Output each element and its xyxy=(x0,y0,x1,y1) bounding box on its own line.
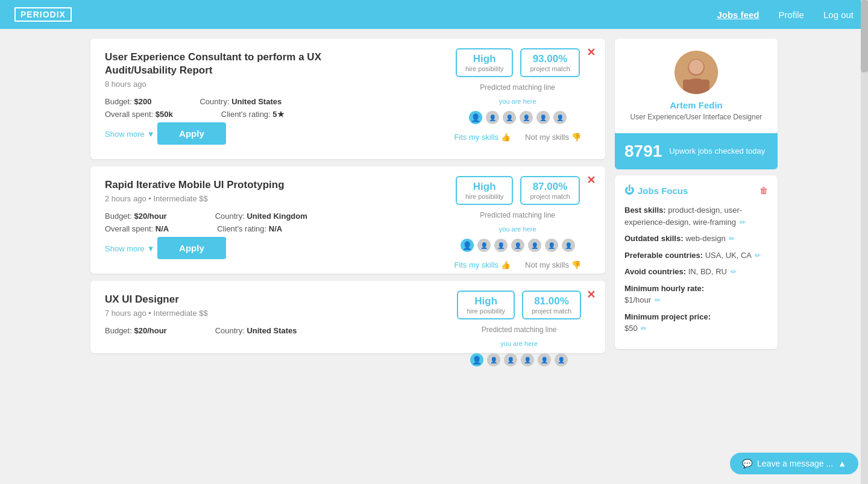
hire-badge-3: High hire posibility xyxy=(457,291,515,319)
dot-5-2: 👤 xyxy=(528,239,541,252)
job-budget-1: Budget: $200 xyxy=(105,97,151,106)
badges-row-1: High hire posibility 93.00% project matc… xyxy=(456,48,580,77)
avatar xyxy=(675,51,718,94)
focus-header: ⏻ Jobs Focus 🗑 xyxy=(624,185,768,196)
header: PERIODIX Jobs feed Profile Log out xyxy=(0,0,868,29)
not-skills-2[interactable]: Not my skills 👎 xyxy=(525,260,581,269)
hire-badge-1: High hire posibility xyxy=(456,48,514,77)
min-project-row: Minimum project price: $50 ✏ xyxy=(624,311,768,335)
logo: PERIODIX xyxy=(14,7,72,22)
stats-label: Upwork jobs checked today xyxy=(669,146,765,157)
apply-button-2[interactable]: Apply xyxy=(157,237,226,259)
chevron-up-icon: ▲ xyxy=(838,459,846,468)
close-job-3[interactable]: ✕ xyxy=(587,288,596,301)
you-are-here-2: you are here xyxy=(499,225,536,233)
nav-profile[interactable]: Profile xyxy=(778,10,804,20)
nav-jobs-feed[interactable]: Jobs feed xyxy=(717,10,759,20)
chat-button[interactable]: 💬 Leave a message ... ▲ xyxy=(730,453,858,474)
job-title-2: Rapid Iterative Mobile UI Prototyping xyxy=(105,178,364,192)
outdated-skills-row: Outdated skills: web-design ✏ xyxy=(624,233,768,245)
predicted-label-2: Predicted matching line xyxy=(480,211,555,219)
badges-row-2: High hire posibility 87.00% project matc… xyxy=(456,176,580,205)
match-badge-3: 81.00% project match xyxy=(522,291,581,319)
predicted-label-3: Predicted matching line xyxy=(482,325,557,334)
scrollbar-thumb[interactable] xyxy=(861,0,868,72)
dot-6-2: 👤 xyxy=(545,239,558,252)
avatar-image xyxy=(675,51,718,94)
nav-logout[interactable]: Log out xyxy=(823,10,854,20)
scrollbar[interactable] xyxy=(861,0,868,484)
job-title-3: UX UI Designer xyxy=(105,293,364,306)
dot-6-1: 👤 xyxy=(553,111,567,124)
edit-avoid[interactable]: ✏ xyxy=(731,268,737,276)
dot-4-2: 👤 xyxy=(511,239,524,252)
edit-min-project[interactable]: ✏ xyxy=(641,324,647,333)
dot-active-1: 👤 xyxy=(469,111,482,124)
main-layout: ✕ User Experience Consultant to perform … xyxy=(0,29,868,363)
thumbs-down-icon-2: 👎 xyxy=(571,260,581,269)
match-dots-1: 👤 👤 👤 👤 👤 👤 xyxy=(469,111,567,124)
job-title-1: User Experience Consultant to perform a … xyxy=(105,51,364,77)
chat-icon: 💬 xyxy=(742,459,752,468)
you-are-here-3: you are here xyxy=(500,340,538,347)
you-are-here-1: you are here xyxy=(499,98,536,105)
edit-outdated-skills[interactable]: ✏ xyxy=(729,234,735,243)
trash-icon[interactable]: 🗑 xyxy=(760,186,768,195)
best-skills-row: Best skills: product-design, user-experi… xyxy=(624,204,768,228)
preferable-countries-row: Preferable countries: USA, UK, CA ✏ xyxy=(624,250,768,262)
close-job-2[interactable]: ✕ xyxy=(587,174,596,187)
badges-row-3: High hire posibility 81.00% project matc… xyxy=(457,291,581,319)
job-budget-3: Budget: $20/hour xyxy=(105,326,167,335)
match-badge-2: 87.00% project match xyxy=(520,176,579,205)
min-rate-row: Minimum hourly rate: $1/hour ✏ xyxy=(624,283,768,306)
dot-2-2: 👤 xyxy=(477,239,491,252)
skills-row-1: Fits my skills 👍 Not my skills 👎 xyxy=(454,133,581,142)
fits-skills-1[interactable]: Fits my skills 👍 xyxy=(454,133,511,142)
stats-bar: 8791 Upwork jobs checked today xyxy=(615,133,778,169)
dot-6-3: 👤 xyxy=(555,353,568,366)
dot-2-1: 👤 xyxy=(486,111,499,124)
focus-card: ⏻ Jobs Focus 🗑 Best skills: product-desi… xyxy=(615,175,778,349)
hire-badge-2: High hire posibility xyxy=(456,176,514,205)
chevron-down-icon-2: ▼ xyxy=(147,244,155,253)
chevron-down-icon: ▼ xyxy=(147,130,155,139)
job-country-1: Country: United States xyxy=(200,97,281,106)
apply-button-1[interactable]: Apply xyxy=(157,122,226,145)
not-skills-1[interactable]: Not my skills 👎 xyxy=(525,133,581,142)
edit-best-skills[interactable]: ✏ xyxy=(740,218,746,227)
match-area-2: High hire posibility 87.00% project matc… xyxy=(454,176,581,269)
stats-number: 8791 xyxy=(624,142,662,161)
dot-4-1: 👤 xyxy=(520,111,533,124)
dot-active-2: 👤 xyxy=(461,239,474,252)
match-area-3: High hire posibility 81.00% project matc… xyxy=(457,291,581,366)
match-dots-3: 👤 👤 👤 👤 👤 👤 xyxy=(470,353,568,366)
show-more-2[interactable]: Show more ▼ xyxy=(105,244,155,253)
edit-preferable[interactable]: ✏ xyxy=(755,251,761,260)
main-nav: Jobs feed Profile Log out xyxy=(717,10,854,20)
job-country-2: Country: United Kingdom xyxy=(215,212,307,221)
dot-7-2: 👤 xyxy=(562,239,575,252)
match-area-1: High hire posibility 93.00% project matc… xyxy=(454,48,581,142)
match-badge-1: 93.00% project match xyxy=(520,48,579,77)
svg-point-3 xyxy=(689,60,703,74)
job-rating-1: Client's rating: 5★ xyxy=(221,110,285,119)
job-card-2: ✕ Rapid Iterative Mobile UI Prototyping … xyxy=(90,166,605,274)
match-dots-2: 👤 👤 👤 👤 👤 👤 👤 xyxy=(461,239,575,252)
show-more-1[interactable]: Show more ▼ xyxy=(105,130,155,139)
job-country-3: Country: United States xyxy=(215,326,297,335)
svg-rect-4 xyxy=(683,80,709,94)
profile-title: User Experience/User Interface Designer xyxy=(624,113,768,121)
thumbs-up-icon-2: 👍 xyxy=(501,260,511,269)
close-job-1[interactable]: ✕ xyxy=(587,46,596,59)
sidebar: Artem Fedin User Experience/User Interfa… xyxy=(615,39,778,353)
dot-3-1: 👤 xyxy=(503,111,516,124)
thumbs-up-icon-1: 👍 xyxy=(501,133,511,142)
profile-card: Artem Fedin User Experience/User Interfa… xyxy=(615,39,778,133)
dot-3-3: 👤 xyxy=(504,353,517,366)
dot-3-2: 👤 xyxy=(494,239,508,252)
job-card-3: ✕ UX UI Designer 7 hours ago • Intermedi… xyxy=(90,281,605,353)
fits-skills-2[interactable]: Fits my skills 👍 xyxy=(454,260,511,269)
job-budget-2: Budget: $20/hour xyxy=(105,212,167,221)
edit-min-rate[interactable]: ✏ xyxy=(655,296,661,304)
dot-2-3: 👤 xyxy=(487,353,500,366)
